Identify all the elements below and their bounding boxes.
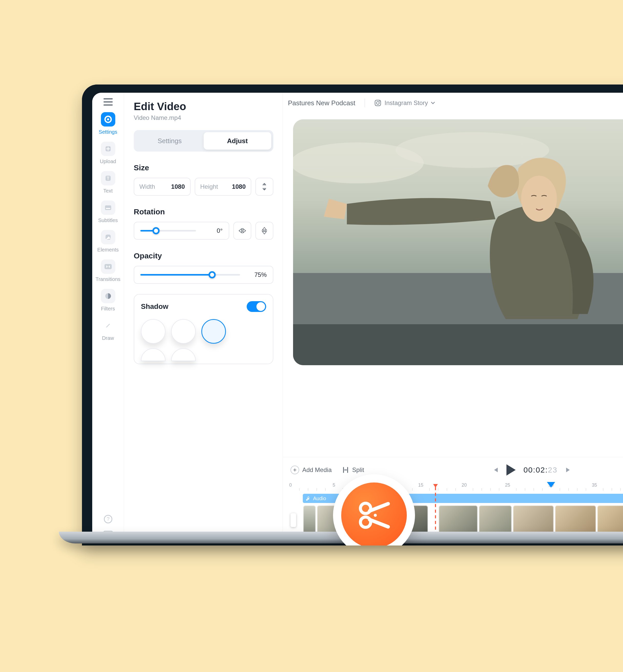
sidebar-item-label: Filters (101, 306, 115, 312)
text-icon: T (101, 171, 115, 185)
svg-text:?: ? (107, 516, 109, 522)
edit-panel: Edit Video Video Name.mp4 Settings Adjus… (124, 93, 283, 546)
divider (364, 99, 365, 107)
timecode: 00:02:23 (523, 466, 557, 474)
add-media-label: Add Media (302, 466, 332, 474)
plus-icon: + (291, 466, 299, 474)
format-dropdown[interactable]: Instagram Story (374, 99, 435, 106)
sidebar-item-label: Upload (100, 158, 116, 164)
svg-rect-27 (293, 324, 623, 365)
panel-title: Edit Video (134, 100, 273, 113)
height-field[interactable]: Height 1080 (195, 178, 251, 196)
upload-icon (101, 142, 115, 156)
clip[interactable] (303, 506, 316, 534)
sidebar-item-label: Subtitles (98, 217, 118, 223)
ruler-label: 20 (462, 483, 467, 488)
sidebar-item-subtitles[interactable]: Subtitles (92, 201, 124, 223)
video-preview[interactable] (293, 119, 623, 365)
svg-point-28 (521, 176, 557, 222)
sidebar-item-text[interactable]: T Text (92, 171, 124, 194)
add-media-button[interactable]: + Add Media (291, 466, 332, 474)
shadow-swatch[interactable] (141, 348, 166, 361)
clip[interactable] (555, 506, 596, 534)
play-button[interactable] (506, 464, 516, 476)
svg-point-1 (107, 118, 109, 120)
svg-rect-5 (105, 205, 111, 210)
topbar: Pastures New Podcast Instagram Story (283, 93, 623, 113)
opacity-value: 75% (246, 271, 267, 278)
sidebar-item-elements[interactable]: Elements (92, 230, 124, 253)
sidebar-item-label: Transitions (95, 276, 120, 282)
svg-rect-8 (105, 264, 112, 269)
audio-icon (306, 496, 310, 501)
shadow-swatch[interactable] (201, 319, 226, 344)
clip[interactable] (439, 506, 477, 534)
shadow-swatch[interactable] (171, 319, 196, 344)
ruler[interactable]: 0510152025303540 (291, 483, 623, 493)
tab-switcher: Settings Adjust (134, 130, 273, 152)
chevron-down-icon (431, 102, 435, 104)
format-label: Instagram Story (385, 99, 428, 106)
width-label: Width (139, 183, 155, 190)
sidebar-item-label: Elements (97, 247, 119, 253)
zoom-marker[interactable] (547, 482, 555, 488)
shadow-card: Shadow (134, 294, 273, 364)
help-icon[interactable]: ? (104, 515, 113, 523)
menu-icon[interactable] (103, 98, 113, 105)
svg-point-21 (377, 102, 379, 104)
opacity-title: Opacity (134, 251, 273, 260)
rotation-slider[interactable]: 0° (134, 222, 229, 240)
flip-horizontal-button[interactable] (233, 222, 251, 240)
rotation-value: 0° (202, 227, 222, 234)
scissors-icon (355, 496, 393, 534)
transitions-icon (101, 259, 115, 274)
ruler-label: 25 (505, 483, 510, 488)
elements-icon (101, 230, 115, 244)
sidebar-item-label: Text (103, 188, 113, 194)
sidebar-item-filters[interactable]: Filters (92, 289, 124, 312)
skip-forward-button[interactable] (565, 467, 572, 473)
settings-icon (101, 112, 115, 126)
sidebar-item-transitions[interactable]: Transitions (92, 259, 124, 282)
sidebar-item-draw[interactable]: Draw (92, 318, 124, 341)
skip-back-button[interactable] (492, 467, 499, 473)
timecode-main: 00:02: (523, 466, 548, 474)
svg-text:T: T (107, 176, 109, 181)
split-button[interactable]: Split (342, 466, 364, 474)
sidebar-item-label: Draw (102, 335, 114, 341)
shadow-swatch[interactable] (171, 348, 196, 361)
trim-handle[interactable] (291, 513, 296, 527)
link-dimensions-button[interactable] (256, 178, 273, 196)
clip[interactable] (597, 506, 623, 534)
ruler-label: 15 (418, 483, 423, 488)
width-value: 1080 (171, 183, 185, 190)
shadow-title: Shadow (141, 302, 168, 311)
sidebar-item-settings[interactable]: Settings (92, 112, 124, 135)
rotation-title: Rotation (134, 208, 273, 216)
draw-icon (101, 318, 115, 333)
audio-label: Audio (313, 495, 326, 501)
instagram-icon (374, 99, 381, 106)
clip[interactable] (479, 506, 511, 534)
sidebar-item-label: Settings (99, 129, 117, 135)
width-field[interactable]: Width 1080 (134, 178, 190, 196)
shadow-swatch[interactable] (141, 319, 166, 344)
sidebar: Settings Upload T Text Subtitles (92, 93, 124, 546)
height-value: 1080 (232, 183, 246, 190)
ruler-label: 5 (332, 483, 335, 488)
height-label: Height (200, 183, 218, 190)
ruler-label: 35 (592, 483, 597, 488)
filters-icon (101, 289, 115, 303)
timeline-toolbar: + Add Media Split 00:02:23 (283, 457, 623, 483)
file-name: Video Name.mp4 (134, 114, 273, 121)
opacity-slider[interactable]: 75% (134, 266, 273, 284)
main-area: Pastures New Podcast Instagram Story (283, 93, 623, 546)
split-icon (342, 466, 349, 474)
tab-settings[interactable]: Settings (136, 132, 204, 150)
clip[interactable] (513, 506, 554, 534)
shadow-toggle[interactable] (247, 301, 266, 312)
tab-adjust[interactable]: Adjust (204, 132, 271, 150)
sidebar-item-upload[interactable]: Upload (92, 142, 124, 164)
project-name: Pastures New Podcast (288, 99, 355, 107)
flip-vertical-button[interactable] (256, 222, 273, 240)
